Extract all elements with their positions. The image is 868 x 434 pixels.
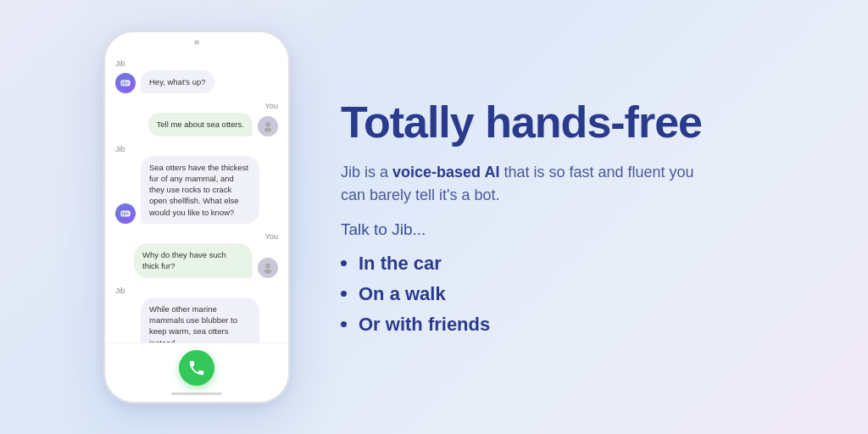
chat-message-2: You Tell me about sea otters. xyxy=(115,102,278,136)
svg-rect-4 xyxy=(127,82,128,85)
svg-rect-1 xyxy=(122,81,123,85)
list-item-2: On a walk xyxy=(341,283,765,305)
bubble-user-1: Tell me about sea otters. xyxy=(148,113,253,136)
svg-rect-10 xyxy=(125,212,126,215)
bubble-user-2: Why do they have such thick fur? xyxy=(134,243,253,278)
phone-mockup: Jib Hey, what's up? xyxy=(103,31,290,403)
svg-point-13 xyxy=(264,269,271,273)
list-item-label-1: In the car xyxy=(359,253,442,275)
call-button[interactable] xyxy=(179,350,214,386)
jib-avatar-2 xyxy=(115,203,136,224)
bullet-dot-3 xyxy=(341,321,347,327)
bullet-list: In the car On a walk Or with friends xyxy=(341,253,765,336)
svg-rect-2 xyxy=(124,81,125,86)
list-item-label-2: On a walk xyxy=(359,283,446,305)
bubble-jib-1: Hey, what's up? xyxy=(141,70,214,93)
svg-point-12 xyxy=(265,264,270,269)
content-section: Totally hands-free Jib is a voice-based … xyxy=(341,98,765,335)
chat-message-1: Jib Hey, what's up? xyxy=(115,59,278,93)
sender-label-jib-1: Jib xyxy=(115,59,278,68)
bullet-dot-1 xyxy=(341,260,347,266)
user-avatar-1 xyxy=(258,116,278,136)
phone-camera xyxy=(194,40,199,45)
user-avatar-2 xyxy=(258,258,278,278)
svg-rect-9 xyxy=(124,211,125,216)
list-item-1: In the car xyxy=(341,253,765,275)
svg-point-6 xyxy=(264,127,271,131)
list-item-3: Or with friends xyxy=(341,314,765,336)
talk-label: Talk to Jib... xyxy=(341,220,765,239)
sender-label-you-1: You xyxy=(115,102,278,110)
home-indicator xyxy=(171,392,222,395)
bubble-jib-2: Sea otters have the thickest fur of any … xyxy=(141,156,259,224)
main-title: Totally hands-free xyxy=(341,98,765,147)
subtitle-prefix: Jib is a xyxy=(341,164,392,181)
message-row-4: Why do they have such thick fur? xyxy=(115,243,278,278)
bubble-jib-3: While other marine mammals use blubber t… xyxy=(141,298,259,342)
bullet-dot-2 xyxy=(341,291,347,297)
message-row-3: Sea otters have the thickest fur of any … xyxy=(115,156,278,224)
phone-bottom xyxy=(105,342,288,402)
page-container: Jib Hey, what's up? xyxy=(0,0,868,434)
message-row-1: Hey, what's up? xyxy=(115,70,278,93)
phone-notch xyxy=(105,32,288,53)
chat-area: Jib Hey, what's up? xyxy=(105,53,288,342)
message-row-2: Tell me about sea otters. xyxy=(115,113,278,136)
svg-rect-8 xyxy=(122,212,123,215)
sender-label-you-2: You xyxy=(115,232,278,241)
chat-message-3: Jib Sea otters have the thickest fur of … xyxy=(115,145,278,224)
chat-message-4: You Why do they have such thick fur? xyxy=(115,232,278,278)
chat-message-5: Jib While other marine mammals use blubb… xyxy=(115,287,278,342)
subtitle: Jib is a voice-based AI that is so fast … xyxy=(341,161,697,207)
sender-label-jib-3: Jib xyxy=(115,287,278,295)
svg-rect-3 xyxy=(125,81,126,85)
sender-label-jib-2: Jib xyxy=(115,145,278,153)
message-row-5: While other marine mammals use blubber t… xyxy=(115,298,278,342)
subtitle-bold: voice-based AI xyxy=(392,164,499,181)
svg-point-5 xyxy=(265,122,270,127)
list-item-label-3: Or with friends xyxy=(359,314,490,336)
svg-rect-11 xyxy=(127,213,128,215)
jib-avatar-1 xyxy=(115,73,136,93)
